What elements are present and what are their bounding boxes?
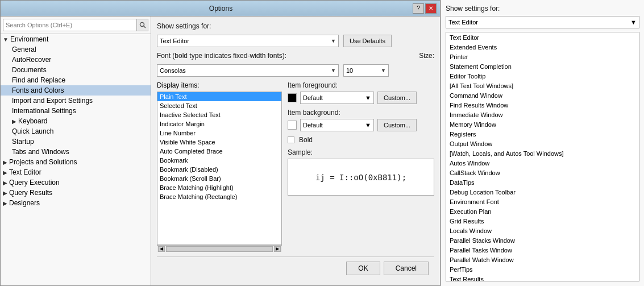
tree-label-designers: Designers: [9, 199, 40, 207]
list-item-inactive-selected[interactable]: Inactive Selected Text: [157, 110, 281, 119]
tree-label-keyboard: Keyboard: [18, 117, 47, 125]
list-item-visible-white[interactable]: Visible White Space: [157, 138, 281, 147]
tree-item-fonts-colors[interactable]: Fonts and Colors: [1, 85, 151, 96]
horizontal-scrollbar[interactable]: ◀ ▶: [157, 245, 282, 252]
size-label: Size:: [419, 52, 434, 60]
scroll-left-arrow[interactable]: ◀: [158, 246, 165, 252]
close-button[interactable]: ✕: [425, 3, 437, 14]
side-item-text-results[interactable]: Text Results: [446, 274, 639, 281]
tree-label-text-editor: Text Editor: [9, 168, 41, 176]
display-items-panel: Display items: Plain Text Selected Text …: [157, 81, 282, 252]
dialog-body: ▼ Environment General AutoRecover Docume…: [1, 16, 440, 285]
side-item-extended-events[interactable]: Extended Events: [446, 42, 639, 52]
side-item-callstack[interactable]: CallStack Window: [446, 168, 639, 177]
display-items-list-wrap: Plain Text Selected Text Inactive Select…: [157, 92, 282, 245]
list-item-auto-brace[interactable]: Auto Completed Brace: [157, 147, 281, 156]
side-item-parallel-stacks[interactable]: Parallel Stacks Window: [446, 235, 639, 245]
foreground-custom-button[interactable]: Custom...: [377, 92, 417, 104]
bold-checkbox[interactable]: [288, 136, 294, 143]
display-items-list[interactable]: Plain Text Selected Text Inactive Select…: [157, 92, 281, 244]
list-item-brace-highlight[interactable]: Brace Matching (Highlight): [157, 183, 281, 192]
side-item-autos[interactable]: Autos Window: [446, 158, 639, 168]
tree-item-projects-solutions[interactable]: ▶ Projects and Solutions: [1, 157, 151, 167]
tree-item-general[interactable]: General: [1, 44, 151, 55]
dialog-title: Options: [29, 5, 413, 13]
tree-item-find-replace[interactable]: Find and Replace: [1, 75, 151, 85]
side-item-perftips[interactable]: PerfTips: [446, 264, 639, 274]
tree-label-query-results: Query Results: [9, 189, 52, 197]
background-custom-button[interactable]: Custom...: [377, 119, 417, 131]
side-item-memory[interactable]: Memory Window: [446, 119, 639, 129]
side-item-immediate[interactable]: Immediate Window: [446, 110, 639, 119]
side-panel: Show settings for: Text Editor ▼ Text Ed…: [441, 0, 644, 286]
tree-item-environment[interactable]: ▼ Environment: [1, 34, 151, 44]
tree-item-import-export[interactable]: Import and Export Settings: [1, 96, 151, 106]
sample-box: ij = I::oO(0xB811);: [288, 159, 434, 196]
background-label: Item background:: [288, 109, 434, 117]
tree-item-startup[interactable]: Startup: [1, 136, 151, 147]
foreground-dropdown[interactable]: Default ▼: [300, 92, 374, 104]
side-item-editor-tooltip[interactable]: Editor Tooltip: [446, 71, 639, 81]
bottom-bar: OK Cancel: [157, 256, 434, 280]
search-box: [1, 16, 151, 34]
side-item-printer[interactable]: Printer: [446, 52, 639, 61]
tree-item-text-editor[interactable]: ▶ Text Editor: [1, 167, 151, 177]
list-item-line-number[interactable]: Line Number: [157, 129, 281, 138]
background-dropdown[interactable]: Default ▼: [300, 119, 374, 131]
side-item-parallel-tasks[interactable]: Parallel Tasks Window: [446, 245, 639, 255]
tree-item-keyboard[interactable]: ▶ Keyboard: [1, 116, 151, 126]
size-dropdown[interactable]: 10 ▼: [343, 64, 389, 77]
list-item-bookmark-disabled[interactable]: Bookmark (Disabled): [157, 165, 281, 174]
size-value: 10: [346, 67, 353, 74]
tree-item-query-execution[interactable]: ▶ Query Execution: [1, 177, 151, 188]
side-panel-dropdown[interactable]: Text Editor ▼: [446, 16, 639, 28]
foreground-swatch: [288, 93, 297, 102]
list-item-plain-text[interactable]: Plain Text: [157, 92, 281, 101]
size-dropdown-arrow: ▼: [381, 68, 386, 73]
side-panel-list[interactable]: Text Editor Extended Events Printer Stat…: [446, 32, 639, 281]
font-dropdown[interactable]: Consolas ▼: [157, 64, 339, 77]
list-item-brace-rect[interactable]: Brace Matching (Rectangle): [157, 192, 281, 201]
list-item-bookmark[interactable]: Bookmark: [157, 156, 281, 165]
side-item-text-editor[interactable]: Text Editor: [446, 32, 639, 42]
tree-area: ▼ Environment General AutoRecover Docume…: [1, 34, 151, 285]
settings-dropdown[interactable]: Text Editor ▼: [157, 35, 339, 47]
side-item-command-window[interactable]: Command Window: [446, 90, 639, 100]
side-item-grid-results[interactable]: Grid Results: [446, 216, 639, 226]
title-bar: Options ? ✕: [1, 1, 440, 16]
tree-arrow-projects: ▶: [3, 159, 7, 165]
tree-item-autorecover[interactable]: AutoRecover: [1, 55, 151, 65]
side-item-debug-toolbar[interactable]: Debug Location Toolbar: [446, 187, 639, 197]
scroll-right-arrow[interactable]: ▶: [274, 246, 281, 252]
list-item-selected-text[interactable]: Selected Text: [157, 101, 281, 110]
help-button[interactable]: ?: [413, 3, 424, 14]
side-item-all-text-tool[interactable]: [All Text Tool Windows]: [446, 81, 639, 90]
tree-item-documents[interactable]: Documents: [1, 65, 151, 75]
side-item-find-results[interactable]: Find Results Window: [446, 100, 639, 110]
side-item-env-font[interactable]: Environment Font: [446, 197, 639, 206]
side-item-datatips[interactable]: DataTips: [446, 177, 639, 187]
tree-item-quick-launch[interactable]: Quick Launch: [1, 126, 151, 136]
list-item-indicator-margin[interactable]: Indicator Margin: [157, 119, 281, 129]
side-item-execution-plan[interactable]: Execution Plan: [446, 206, 639, 216]
tree-item-query-results[interactable]: ▶ Query Results: [1, 188, 151, 198]
tree-label-projects-solutions: Projects and Solutions: [9, 158, 77, 166]
tree-item-designers[interactable]: ▶ Designers: [1, 198, 151, 208]
side-item-output[interactable]: Output Window: [446, 139, 639, 148]
search-input[interactable]: [3, 19, 137, 31]
list-item-bookmark-scroll[interactable]: Bookmark (Scroll Bar): [157, 174, 281, 183]
font-label: Font (bold type indicates fixed-width fo…: [157, 52, 410, 60]
cancel-button[interactable]: Cancel: [384, 262, 429, 275]
tree-item-international[interactable]: International Settings: [1, 106, 151, 116]
side-item-parallel-watch[interactable]: Parallel Watch Window: [446, 255, 639, 264]
side-item-registers[interactable]: Registers: [446, 129, 639, 139]
ok-button[interactable]: OK: [346, 262, 380, 275]
display-items-label: Display items:: [157, 81, 282, 89]
side-item-statement-completion[interactable]: Statement Completion: [446, 61, 639, 71]
use-defaults-button[interactable]: Use Defaults: [343, 35, 392, 47]
sample-text: ij = I::oO(0xB811);: [315, 173, 406, 182]
tree-item-tabs-windows[interactable]: Tabs and Windows: [1, 147, 151, 157]
search-button[interactable]: [137, 19, 148, 31]
side-item-watch-locals[interactable]: [Watch, Locals, and Autos Tool Windows]: [446, 148, 639, 158]
side-item-locals[interactable]: Locals Window: [446, 226, 639, 235]
